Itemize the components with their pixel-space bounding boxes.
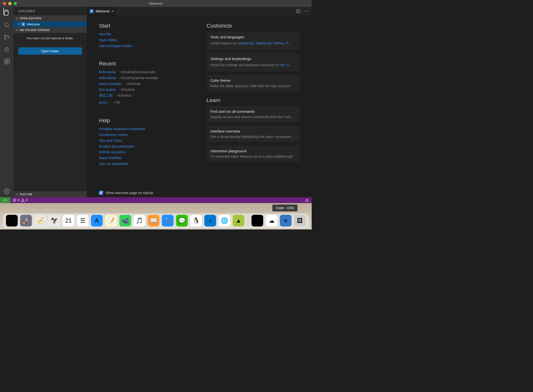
dock-notes-icon[interactable]: 📝 bbox=[105, 215, 117, 227]
tabbar-actions bbox=[293, 7, 312, 15]
dock-music-icon[interactable]: 🎵 bbox=[134, 215, 145, 227]
open-editors-section[interactable]: OPEN EDITORS bbox=[13, 15, 87, 21]
help-link[interactable]: Introductory videos bbox=[99, 132, 192, 138]
bell-icon[interactable] bbox=[305, 198, 309, 202]
recent-more-link[interactable]: More... bbox=[99, 101, 110, 104]
start-link[interactable]: Open folder... bbox=[99, 37, 192, 43]
help-link[interactable]: GitHub repository bbox=[99, 149, 192, 155]
dock-terminal-icon[interactable]: >_ bbox=[252, 215, 263, 227]
recent-section: Recent hello-aemp~/Desktop/test-exampleh… bbox=[99, 61, 192, 106]
welcome-file-icon: ≣ bbox=[21, 22, 25, 26]
open-folder-button[interactable]: Open Folder bbox=[18, 47, 82, 55]
dock-chrome-icon[interactable]: 🌐 bbox=[219, 215, 230, 227]
recent-name[interactable]: 测试工程 bbox=[99, 93, 113, 97]
problems-status[interactable]: 0 0 bbox=[10, 198, 30, 202]
dock-safari-icon[interactable]: 🧭 bbox=[34, 215, 46, 227]
remote-indicator[interactable] bbox=[0, 197, 10, 203]
dock-reminders-icon[interactable]: ☰ bbox=[77, 215, 89, 227]
extensions-icon[interactable] bbox=[3, 58, 10, 65]
help-link[interactable]: Tips and Tricks bbox=[99, 138, 192, 144]
dock-facetime-icon[interactable]: 📹 bbox=[119, 215, 131, 227]
start-link[interactable]: Add workspace folder... bbox=[99, 43, 192, 49]
close-icon[interactable]: × bbox=[18, 22, 20, 26]
outline-section[interactable]: OUTLINE bbox=[13, 191, 87, 197]
split-editor-icon[interactable] bbox=[296, 9, 300, 13]
inline-link[interactable]: Vim bbox=[279, 63, 285, 67]
close-window-button[interactable] bbox=[3, 2, 6, 5]
learn-card[interactable]: Interactive playgroundTry essential edit… bbox=[207, 145, 300, 162]
inline-link[interactable]: JavaScript bbox=[238, 41, 254, 45]
recent-name[interactable]: hello-aemp bbox=[99, 76, 116, 80]
no-folder-section[interactable]: NO FOLDER OPENED bbox=[13, 27, 87, 33]
dock-vscode-icon[interactable]: ⟐ bbox=[204, 215, 216, 227]
open-editor-welcome[interactable]: × ≣ Welcome bbox=[13, 21, 87, 27]
learn-card[interactable]: Interface overviewGet a visual overlay h… bbox=[207, 126, 300, 142]
recent-item[interactable]: hello-aemp~/Desktop/aemp-example bbox=[99, 75, 192, 81]
help-section: Help Printable keyboard cheatsheetIntrod… bbox=[99, 117, 192, 167]
recent-item[interactable]: aemp-example~/Desktop bbox=[99, 81, 192, 87]
welcome-page: Start New fileOpen folder...Add workspac… bbox=[87, 15, 312, 191]
inline-link[interactable]: P... bbox=[286, 41, 291, 45]
source-control-icon[interactable] bbox=[3, 34, 10, 41]
inline-link[interactable]: TypeScript bbox=[256, 41, 272, 45]
close-tab-icon[interactable]: × bbox=[112, 9, 114, 13]
customize-card[interactable]: Color themeMake the editor and your code… bbox=[207, 75, 300, 91]
customize-card[interactable]: Tools and languagesInstall support for J… bbox=[207, 31, 300, 50]
dock-ibooks-icon[interactable]: 📖 bbox=[148, 215, 160, 227]
card-subtitle: Get a visual overlay highlighting the ma… bbox=[211, 135, 296, 139]
show-welcome-checkbox[interactable] bbox=[99, 191, 103, 195]
minimize-window-button[interactable] bbox=[8, 2, 11, 5]
show-welcome-label: Show welcome page on startup bbox=[106, 191, 153, 195]
start-link[interactable]: New file bbox=[99, 31, 192, 37]
settings-gear-icon[interactable] bbox=[3, 188, 10, 195]
card-subtitle: Try essential editor features out in a s… bbox=[211, 155, 296, 158]
help-link[interactable]: Printable keyboard cheatsheet bbox=[99, 126, 192, 132]
dock-appstore-icon[interactable]: A bbox=[91, 215, 103, 227]
start-heading: Start bbox=[99, 23, 192, 29]
start-section: Start New fileOpen folder...Add workspac… bbox=[99, 23, 192, 49]
dock-code-oss-icon[interactable]: ≡ bbox=[280, 215, 292, 227]
recent-item[interactable]: test-project~/Desktop bbox=[99, 87, 192, 93]
help-link[interactable]: Product documentation bbox=[99, 144, 192, 150]
dock-mail-icon[interactable]: 🦅 bbox=[49, 215, 60, 227]
dock-siri-icon[interactable]: ◉ bbox=[6, 215, 18, 227]
dock-launchpad-icon[interactable]: 🚀 bbox=[20, 215, 32, 227]
maximize-window-button[interactable] bbox=[14, 2, 17, 5]
dock-baidu-icon[interactable]: ☁ bbox=[266, 215, 277, 227]
help-link[interactable]: Join our Newsletter bbox=[99, 161, 192, 167]
dock-preview-icon[interactable]: 🖼 bbox=[294, 215, 306, 227]
svg-point-1 bbox=[4, 35, 6, 36]
recent-item[interactable]: 测试工程~/Desktop bbox=[99, 93, 192, 99]
dock-calendar-icon[interactable]: 21 bbox=[63, 215, 75, 227]
explorer-icon[interactable] bbox=[3, 9, 10, 16]
debug-icon[interactable] bbox=[3, 46, 10, 53]
main-area: EXPLORER OPEN EDITORS × ≣ Welcome NO FOL… bbox=[0, 7, 312, 197]
editor-area: ≣ Welcome × Start New fileOpen folder...… bbox=[87, 7, 312, 197]
recent-name[interactable]: hello-aemp bbox=[99, 70, 116, 74]
svg-point-0 bbox=[5, 23, 8, 26]
dock-android-studio-icon[interactable]: ▲ bbox=[233, 215, 245, 227]
inline-link[interactable]: S... bbox=[287, 63, 292, 67]
recent-name[interactable]: test-project bbox=[99, 88, 116, 92]
dock-xcode-icon[interactable]: 🔨 bbox=[162, 215, 174, 227]
help-link[interactable]: Stack Overflow bbox=[99, 155, 192, 161]
card-subtitle: Install support for JavaScript, TypeScri… bbox=[211, 41, 296, 46]
more-actions-icon[interactable] bbox=[304, 9, 309, 13]
search-icon[interactable] bbox=[3, 21, 10, 28]
svg-rect-5 bbox=[4, 59, 7, 61]
inline-link[interactable]: Python bbox=[274, 41, 284, 45]
learn-section: Learn Find and run all commandsRapidly a… bbox=[207, 97, 300, 162]
customize-card[interactable]: Settings and keybindingsInstall the sett… bbox=[207, 53, 300, 72]
learn-card[interactable]: Find and run all commandsRapidly access … bbox=[207, 106, 300, 122]
recent-name[interactable]: aemp-example bbox=[99, 82, 122, 86]
card-title: Color theme bbox=[211, 78, 296, 83]
recent-item[interactable]: hello-aemp~/Desktop/test-example bbox=[99, 69, 192, 75]
dock-qq-icon[interactable]: 🐧 bbox=[190, 215, 202, 227]
tab-welcome[interactable]: ≣ Welcome × bbox=[87, 7, 117, 15]
card-title: Interface overview bbox=[211, 129, 296, 133]
no-folder-label: NO FOLDER OPENED bbox=[20, 29, 50, 31]
recent-path: ~/Desktop/test-example bbox=[119, 70, 155, 74]
dock-wechat-icon[interactable]: 💬 bbox=[176, 215, 188, 227]
svg-point-9 bbox=[6, 191, 8, 192]
status-bar: 0 0 bbox=[0, 197, 312, 203]
